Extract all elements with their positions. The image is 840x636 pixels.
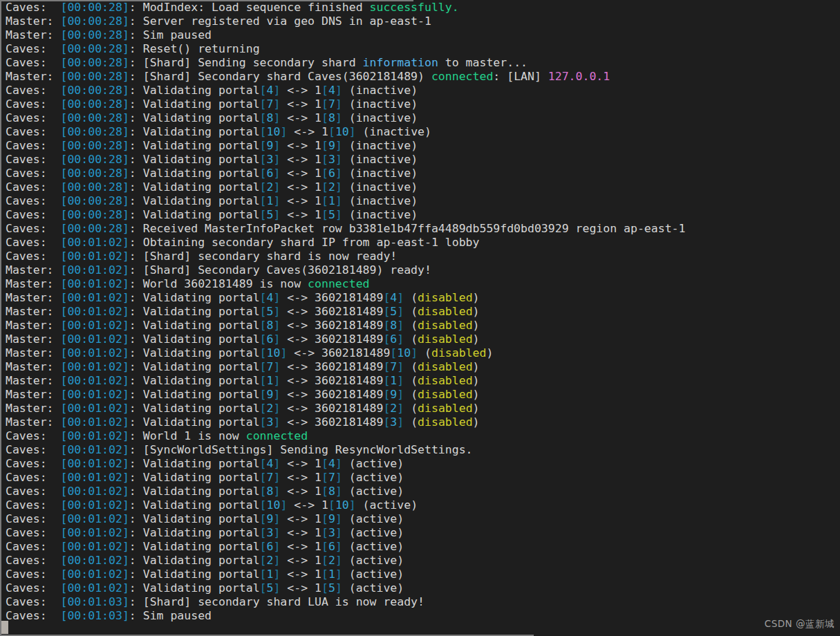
log-segment: (active) <box>342 471 404 484</box>
log-segment: 4 <box>328 457 335 470</box>
log-segment: [00:01:02] <box>60 540 129 553</box>
log-segment: [00:00:28] <box>60 222 129 235</box>
log-segment: (inactive) <box>356 125 431 138</box>
log-segment: Caves: <box>6 429 60 442</box>
log-segment: ] <box>273 305 280 318</box>
log-segment: successfully. <box>370 1 459 14</box>
log-segment: 127.0.0.1 <box>548 70 610 83</box>
log-segment: 8 <box>267 111 274 124</box>
log-segment: <-> 3602181489 <box>280 415 383 429</box>
log-segment: 10 <box>335 125 349 138</box>
log-segment: [ <box>260 180 267 194</box>
log-line: Caves: [00:01:03]: [Shard] secondary sha… <box>6 595 840 609</box>
log-segment: [ <box>383 333 390 346</box>
log-segment: : Obtaining secondary shard IP from ap-e… <box>129 236 480 249</box>
log-segment: (active) <box>342 581 404 595</box>
log-line: Caves: [00:01:02]: [SyncWorldSettings] S… <box>6 443 840 457</box>
log-segment: Caves: <box>6 84 60 97</box>
log-segment: ] <box>397 291 404 304</box>
log-segment: <-> 1 <box>287 498 328 512</box>
log-segment: ) <box>473 305 480 318</box>
log-segment: 9 <box>267 388 274 401</box>
log-segment: Caves: <box>6 471 60 484</box>
log-segment: 5 <box>267 305 274 318</box>
log-segment: [00:00:28] <box>60 28 129 41</box>
log-segment: ] <box>280 498 287 512</box>
log-line: Caves: [00:00:28]: Validating portal[10]… <box>6 125 840 139</box>
log-segment: ] <box>411 346 418 359</box>
log-segment: ] <box>273 84 280 97</box>
log-segment: : [Shard] Sending secondary shard <box>129 56 363 69</box>
log-segment: ] <box>335 194 342 207</box>
log-segment: ) <box>473 319 480 332</box>
log-segment: : ModIndex: Load sequence finished <box>129 1 370 14</box>
log-segment: (active) <box>342 540 404 553</box>
log-segment: ] <box>397 305 404 318</box>
terminal-cursor <box>1 621 8 634</box>
log-segment: Caves: <box>6 208 60 221</box>
log-segment: [ <box>260 498 267 512</box>
log-segment: 6 <box>267 167 274 180</box>
log-segment: [00:01:02] <box>60 360 129 373</box>
log-segment: ] <box>273 554 280 567</box>
log-segment: 2 <box>328 180 335 194</box>
log-segment: [ <box>383 402 390 415</box>
log-segment: [ <box>260 139 267 152</box>
log-segment: 3 <box>328 526 335 539</box>
log-line: Master: [00:00:28]: Server registered vi… <box>6 15 840 28</box>
log-segment: : Validating portal <box>129 471 260 484</box>
log-segment: [ <box>260 374 267 387</box>
log-segment: ] <box>335 139 342 152</box>
log-segment: <-> 3602181489 <box>280 402 383 415</box>
log-segment: : [Shard] Secondary Caves(3602181489) re… <box>129 263 431 277</box>
log-line: Caves: [00:01:02]: Validating portal[6] … <box>6 540 840 554</box>
log-segment: 4 <box>328 84 335 97</box>
log-segment: <-> 1 <box>280 167 321 180</box>
log-segment: 4 <box>267 457 274 470</box>
log-segment: 7 <box>390 360 397 373</box>
log-line: Caves: [00:01:02]: Validating portal[1] … <box>6 568 840 581</box>
log-segment: : [LAN] <box>493 70 548 83</box>
log-segment: 6 <box>267 540 274 553</box>
log-segment: 4 <box>267 291 274 304</box>
log-segment: [00:01:02] <box>60 457 129 470</box>
log-line: Master: [00:01:02]: Validating portal[10… <box>6 346 840 360</box>
log-segment: [ <box>260 291 267 304</box>
terminal-output[interactable]: Caves: [00:00:28]: ModIndex: Load sequen… <box>0 0 840 636</box>
log-segment: Caves: <box>6 512 60 525</box>
log-segment: : Validating portal <box>129 388 260 401</box>
log-segment: [00:00:28] <box>60 84 129 97</box>
log-segment: 3 <box>267 415 274 429</box>
log-segment: [ <box>321 153 328 166</box>
log-segment: : Validating portal <box>129 333 260 346</box>
log-segment: : [Shard] secondary shard LUA is now rea… <box>129 595 424 608</box>
log-segment: 2 <box>267 554 274 567</box>
log-segment: 1 <box>328 568 335 581</box>
log-segment: 5 <box>267 208 274 221</box>
log-segment: <-> 1 <box>287 125 328 138</box>
log-segment: [ <box>321 97 328 111</box>
log-segment: 6 <box>328 167 335 180</box>
log-segment: ] <box>273 194 280 207</box>
log-segment: <-> 3602181489 <box>280 374 383 387</box>
log-segment: ] <box>273 402 280 415</box>
log-segment: [ <box>260 540 267 553</box>
log-segment: Caves: <box>6 485 60 498</box>
log-segment: [ <box>328 498 335 512</box>
log-segment: [ <box>390 346 397 359</box>
log-segment: : Validating portal <box>129 305 260 318</box>
log-segment: [ <box>260 485 267 498</box>
log-segment: (inactive) <box>342 208 418 221</box>
log-segment: <-> 1 <box>280 554 321 567</box>
log-segment: : Validating portal <box>129 374 260 387</box>
log-segment: ) <box>473 360 480 373</box>
log-segment: 7 <box>267 360 274 373</box>
log-segment: 5 <box>267 581 274 595</box>
log-segment: ( <box>404 402 418 415</box>
log-segment: [00:01:03] <box>60 595 129 608</box>
log-segment: 1 <box>267 374 274 387</box>
log-segment: disabled <box>418 319 472 332</box>
log-segment: [ <box>260 554 267 567</box>
log-line: Caves: [00:01:02]: Validating portal[8] … <box>6 485 840 498</box>
log-segment: ] <box>273 139 280 152</box>
